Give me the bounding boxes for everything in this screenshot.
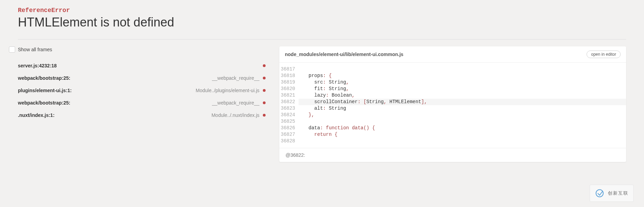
svg-point-0 (596, 190, 603, 197)
brand-icon (595, 188, 604, 198)
line-number: 36827 (281, 131, 295, 138)
frame-function: Module../plugins/element-ui.js (196, 88, 259, 93)
frame-location: .nuxt/index.js:1: (18, 112, 55, 118)
code-line: }, (299, 112, 626, 118)
divider (18, 39, 626, 40)
frame-function: Module../.nuxt/index.js (212, 112, 259, 118)
frame-dot-icon (263, 101, 266, 104)
code-header: node_modules/element-ui/lib/element-ui.c… (279, 46, 626, 63)
frame-location: plugins/element-ui.js:1: (18, 88, 72, 93)
frame-dot-icon (263, 89, 266, 92)
code-line: return { (299, 131, 626, 138)
error-message: HTMLElement is not defined (18, 15, 626, 30)
code-line: data: function data() { (299, 125, 626, 131)
frame-location: server.js:4232:18 (18, 63, 57, 68)
open-in-editor-button[interactable]: open in editor (587, 51, 621, 58)
code-line (299, 138, 626, 144)
frame-dot-icon (263, 64, 266, 67)
frame-dot-icon (263, 77, 266, 79)
stack-frame[interactable]: webpack/bootstrap:25:__webpack_require__ (18, 75, 266, 81)
line-number: 36826 (281, 125, 295, 131)
line-number: 36828 (281, 138, 295, 144)
code-line: alt: String (299, 105, 626, 112)
line-number: 36823 (281, 105, 295, 112)
code-line: src: String, (299, 79, 626, 86)
code-footer: @36822: (279, 148, 626, 162)
line-number: 36819 (281, 79, 295, 86)
frame-location: webpack/bootstrap:25: (18, 75, 70, 81)
frame-function: __webpack_require__ (212, 100, 259, 106)
line-number: 36818 (281, 73, 295, 79)
watermark-badge: 创新互联 (590, 185, 634, 202)
code-line: lazy: Boolean, (299, 92, 626, 99)
code-body: 3681736818368193682036821368223682336824… (279, 63, 626, 148)
stack-frame[interactable]: server.js:4232:18 (18, 63, 266, 68)
line-gutter: 3681736818368193682036821368223682336824… (279, 66, 299, 144)
code-panel: node_modules/element-ui/lib/element-ui.c… (279, 46, 626, 162)
code-line: fit: String, (299, 86, 626, 92)
show-all-frames-checkbox[interactable] (9, 46, 15, 53)
error-type: ReferenceError (18, 7, 626, 14)
brand-text: 创新互联 (608, 190, 629, 196)
line-number: 36817 (281, 66, 295, 73)
line-number: 36821 (281, 92, 295, 99)
stack-frame[interactable]: .nuxt/index.js:1:Module../.nuxt/index.js (18, 112, 266, 118)
code-line-highlighted: scrollContainer: [String, HTMLElement], (299, 99, 626, 105)
code-line: props: { (299, 73, 626, 79)
line-number: 36824 (281, 112, 295, 118)
stack-frame[interactable]: webpack/bootstrap:25:__webpack_require__ (18, 100, 266, 106)
stack-frames-panel: Show all frames server.js:4232:18webpack… (18, 46, 266, 162)
code-line (299, 118, 626, 125)
frame-dot-icon (263, 114, 266, 117)
show-all-frames-label: Show all frames (18, 47, 52, 52)
code-lines: props: { src: String, fit: String, lazy:… (299, 66, 626, 144)
line-number: 36822 (281, 99, 295, 105)
line-number: 36820 (281, 86, 295, 92)
file-path: node_modules/element-ui/lib/element-ui.c… (285, 52, 404, 57)
code-line (299, 66, 626, 73)
line-number: 36825 (281, 118, 295, 125)
stack-frame[interactable]: plugins/element-ui.js:1:Module../plugins… (18, 88, 266, 93)
frame-function: __webpack_require__ (212, 75, 259, 81)
frame-location: webpack/bootstrap:25: (18, 100, 70, 106)
show-all-frames-toggle[interactable]: Show all frames (9, 46, 266, 53)
